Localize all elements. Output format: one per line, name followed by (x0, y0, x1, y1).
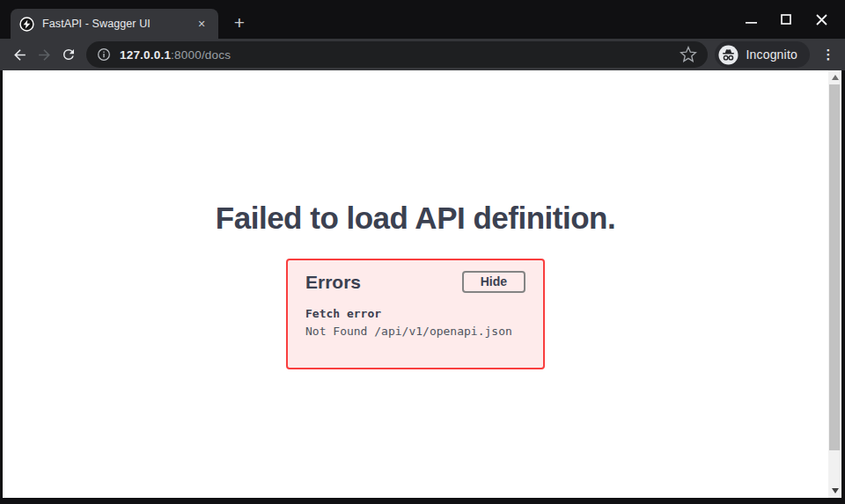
minimize-button[interactable] (738, 10, 764, 29)
errors-title: Errors (305, 272, 361, 293)
swagger-ui: Failed to load API definition. Errors Hi… (3, 70, 828, 498)
url-text: 127.0.0.1:8000/docs (120, 48, 231, 62)
url-host: 127.0.0.1 (120, 48, 171, 62)
page-info-icon[interactable] (97, 47, 111, 62)
address-bar[interactable]: 127.0.0.1:8000/docs (86, 41, 708, 68)
tab-close-icon[interactable]: ✕ (194, 16, 209, 32)
browser-menu-button[interactable]: ⋮ (819, 42, 838, 67)
incognito-badge: Incognito (715, 41, 810, 68)
errors-panel: Errors Hide Fetch error Not Found /api/v… (286, 259, 545, 369)
tab-title: FastAPI - Swagger UI (42, 18, 186, 30)
scroll-down-arrow-icon[interactable] (828, 484, 841, 498)
close-window-button[interactable] (808, 10, 834, 29)
tab-strip: FastAPI - Swagger UI ✕ + (0, 0, 845, 39)
scroll-up-arrow-icon[interactable] (828, 70, 841, 84)
back-button[interactable] (7, 42, 32, 67)
fastapi-favicon-icon (19, 17, 34, 32)
hide-errors-button[interactable]: Hide (462, 271, 525, 293)
maximize-button[interactable] (773, 10, 799, 29)
incognito-label: Incognito (746, 47, 797, 62)
page-title: Failed to load API definition. (3, 201, 828, 236)
errors-panel-header: Errors Hide (305, 271, 525, 293)
browser-toolbar: 127.0.0.1:8000/docs Incognito ⋮ (0, 39, 845, 70)
new-tab-button[interactable]: + (227, 11, 252, 36)
incognito-spy-icon (718, 45, 738, 65)
url-path: :8000/docs (171, 48, 231, 62)
reload-button[interactable] (56, 42, 81, 67)
error-name: Fetch error (305, 305, 525, 323)
vertical-scrollbar[interactable] (828, 70, 841, 498)
tab-fastapi-swagger[interactable]: FastAPI - Swagger UI ✕ (11, 9, 218, 39)
error-item: Fetch error Not Found /api/v1/openapi.js… (305, 305, 525, 340)
error-message: Not Found /api/v1/openapi.json (305, 323, 525, 340)
bookmark-star-icon[interactable] (680, 46, 697, 63)
scrollbar-thumb[interactable] (829, 84, 840, 450)
window-controls (738, 10, 834, 29)
browser-window: FastAPI - Swagger UI ✕ + (0, 0, 845, 504)
page-content: Failed to load API definition. Errors Hi… (3, 70, 841, 498)
forward-button[interactable] (32, 42, 56, 67)
